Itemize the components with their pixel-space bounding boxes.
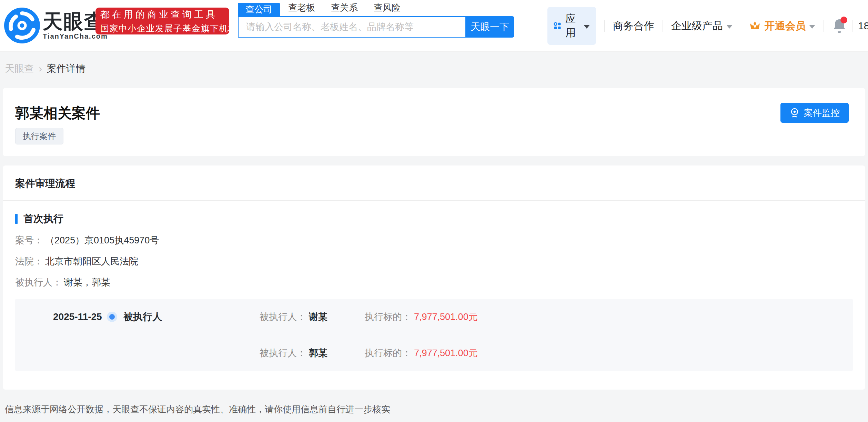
field-value: 北京市朝阳区人民法院 bbox=[45, 256, 138, 267]
field-case-number: 案号： （2025）京0105执45970号 bbox=[15, 235, 853, 246]
nav-divider bbox=[663, 20, 663, 32]
timeline-dot-icon bbox=[107, 312, 117, 322]
promo-line2: 国家中小企业发展子基金旗下机构 bbox=[100, 23, 224, 34]
field-value: （2025）京0105执45970号 bbox=[45, 235, 159, 246]
nav-item-enterprise[interactable]: 企业级产品 bbox=[671, 19, 733, 33]
nav-divider bbox=[852, 20, 852, 32]
person-value: 谢某 bbox=[309, 311, 327, 323]
timeline-panel: 2025-11-25 被执行人 被执行人： 谢某 执行标的： 7,977,501… bbox=[15, 299, 853, 371]
stage-name: 首次执行 bbox=[23, 212, 63, 226]
nav-item-enterprise-label: 企业级产品 bbox=[671, 19, 723, 33]
tianyancha-logo[interactable]: 天眼查 TianYanCha.com bbox=[4, 8, 108, 43]
amount-label: 执行标的： bbox=[365, 347, 411, 359]
footer-disclaimer: 信息来源于网络公开数据，天眼查不保证内容的真实性、准确性，请你使用信息前自行进一… bbox=[5, 403, 868, 415]
person-label: 被执行人： bbox=[260, 347, 306, 359]
field-executed-persons: 被执行人： 谢某，郭某 bbox=[15, 277, 853, 288]
crown-icon bbox=[749, 20, 761, 31]
apps-grid-icon bbox=[554, 20, 561, 31]
top-header: 天眼查 TianYanCha.com 都在用的商业查询工具 国家中小企业发展子基… bbox=[0, 0, 868, 52]
promo-line1: 都在用的商业查询工具 bbox=[100, 8, 224, 21]
breadcrumb-current: 案件详情 bbox=[47, 62, 85, 75]
timeline-date: 2025-11-25 bbox=[53, 311, 102, 322]
notifications-button[interactable] bbox=[832, 18, 847, 34]
monitor-camera-icon bbox=[789, 108, 800, 118]
case-process-card: 案件审理流程 首次执行 案号： （2025）京0105执45970号 法院： 北… bbox=[3, 165, 865, 390]
chevron-down-icon bbox=[809, 25, 815, 29]
person-value: 郭某 bbox=[309, 347, 327, 359]
apps-menu-button[interactable]: 应用 bbox=[547, 7, 596, 45]
search-tab-boss[interactable]: 查老板 bbox=[288, 2, 315, 16]
case-type-tag: 执行案件 bbox=[15, 128, 63, 144]
breadcrumb-separator-icon: › bbox=[39, 63, 42, 74]
case-monitor-button[interactable]: 案件监控 bbox=[780, 103, 849, 123]
page-title: 郭某相关案件 bbox=[15, 106, 853, 121]
field-label: 法院： bbox=[15, 256, 43, 267]
nav-divider bbox=[824, 20, 824, 32]
case-title-card: 郭某相关案件 执行案件 案件监控 bbox=[3, 88, 865, 156]
timeline-row: 被执行人： 郭某 执行标的： 7,977,501.00元 bbox=[15, 335, 853, 371]
header-right-nav: 应用 商务合作 企业级产品 开通会员 18 bbox=[547, 0, 868, 52]
case-monitor-label: 案件监控 bbox=[804, 107, 840, 119]
tianyancha-logo-icon bbox=[4, 8, 40, 43]
amount-value: 7,977,501.00元 bbox=[414, 311, 478, 323]
promo-badge: 都在用的商业查询工具 国家中小企业发展子基金旗下机构 bbox=[95, 8, 229, 34]
chevron-down-icon bbox=[584, 25, 590, 29]
field-label: 案号： bbox=[15, 235, 43, 246]
stage-accent-bar bbox=[15, 214, 18, 224]
section-title: 案件审理流程 bbox=[15, 178, 75, 189]
account-phone-label: 186... bbox=[858, 20, 868, 32]
timeline-row: 2025-11-25 被执行人 被执行人： 谢某 执行标的： 7,977,501… bbox=[15, 299, 853, 335]
nav-item-vip[interactable]: 开通会员 bbox=[749, 19, 815, 33]
search-tabs: 查公司 查老板 查关系 查风险 bbox=[238, 3, 514, 16]
account-menu[interactable]: 186... bbox=[858, 20, 868, 32]
search-input[interactable] bbox=[238, 16, 465, 38]
search-tab-relation[interactable]: 查关系 bbox=[331, 2, 358, 16]
field-value: 谢某，郭某 bbox=[64, 277, 110, 288]
stage-first-execution: 首次执行 案号： （2025）京0105执45970号 法院： 北京市朝阳区人民… bbox=[3, 201, 865, 390]
nav-divider bbox=[604, 20, 605, 32]
breadcrumb-home-link[interactable]: 天眼查 bbox=[5, 62, 34, 75]
amount-value: 7,977,501.00元 bbox=[414, 347, 478, 359]
search-module: 查公司 查老板 查关系 查风险 天眼一下 bbox=[238, 3, 514, 38]
person-label: 被执行人： bbox=[260, 311, 306, 323]
section-header: 案件审理流程 bbox=[3, 165, 865, 201]
amount-label: 执行标的： bbox=[365, 311, 411, 323]
timeline-event: 被执行人 bbox=[123, 310, 162, 323]
chevron-down-icon bbox=[726, 25, 733, 29]
search-tab-risk[interactable]: 查风险 bbox=[374, 2, 401, 16]
breadcrumb: 天眼查 › 案件详情 bbox=[5, 62, 868, 75]
search-button[interactable]: 天眼一下 bbox=[465, 16, 514, 38]
nav-item-business[interactable]: 商务合作 bbox=[613, 19, 654, 33]
field-court: 法院： 北京市朝阳区人民法院 bbox=[15, 256, 853, 267]
nav-divider bbox=[741, 20, 741, 32]
apps-menu-label: 应用 bbox=[565, 12, 579, 40]
nav-item-vip-label: 开通会员 bbox=[764, 19, 806, 33]
field-label: 被执行人： bbox=[15, 277, 62, 288]
search-tab-company[interactable]: 查公司 bbox=[238, 3, 280, 16]
